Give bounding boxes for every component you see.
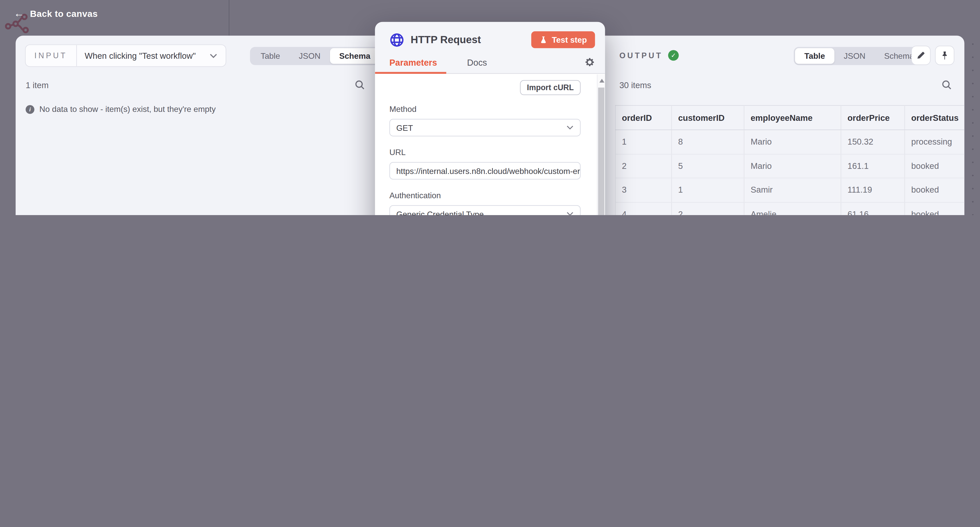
- ndv-overlay: ← Back to canvas INPUT When clicking "Te…: [0, 0, 980, 215]
- table-cell: processing: [905, 130, 964, 154]
- table-row[interactable]: 31Samir111.19booked: [615, 178, 964, 202]
- input-items-count: 1 item: [25, 81, 48, 90]
- table-cell: 150.32: [841, 130, 905, 154]
- chevron-down-icon: [210, 53, 218, 59]
- table-row[interactable]: 25Mario161.1booked: [615, 154, 964, 178]
- pencil-icon: [916, 51, 926, 60]
- table-cell: 8: [671, 130, 744, 154]
- authentication-select[interactable]: Generic Credential Type: [390, 205, 581, 215]
- test-step-button[interactable]: Test step: [531, 31, 595, 48]
- tab-docs[interactable]: Docs: [467, 57, 487, 67]
- table-cell: 5: [671, 154, 744, 178]
- input-view-tabs: Table JSON Schema: [250, 47, 381, 65]
- input-tab-json[interactable]: JSON: [290, 48, 330, 64]
- input-tab-table[interactable]: Table: [251, 48, 290, 64]
- input-source-value: When clicking "Test workflow": [85, 51, 196, 61]
- input-empty-message-row: i No data to show - item(s) exist, but t…: [25, 104, 216, 114]
- pin-data-button[interactable]: [935, 46, 955, 65]
- pin-icon: [940, 51, 950, 60]
- info-icon: i: [25, 105, 34, 113]
- field-label: Authentication: [390, 191, 581, 200]
- table-row[interactable]: 42Amelie61.16booked: [615, 202, 964, 215]
- table-cell: Mario: [744, 154, 841, 178]
- table-cell: Samir: [744, 178, 841, 202]
- input-panel-title: INPUT: [25, 45, 76, 66]
- input-source-dropdown[interactable]: When clicking "Test workflow": [76, 45, 226, 66]
- output-tab-json[interactable]: JSON: [834, 48, 875, 64]
- modal-tabs: Parameters Docs: [375, 57, 605, 68]
- column-header: employeeName: [744, 105, 841, 130]
- field-label: Method: [390, 104, 581, 114]
- column-header: orderID: [615, 105, 671, 130]
- tab-parameters[interactable]: Parameters: [390, 57, 437, 67]
- table-cell: 2: [671, 202, 744, 215]
- gear-icon[interactable]: [584, 57, 595, 68]
- table-cell: booked: [905, 178, 964, 202]
- input-empty-message: No data to show - item(s) exist, but the…: [39, 104, 216, 114]
- globe-icon: [390, 32, 404, 47]
- output-tab-table[interactable]: Table: [795, 48, 834, 64]
- chevron-down-icon: [566, 125, 574, 130]
- output-table: orderIDcustomerIDemployeeNameorderPriceo…: [615, 105, 964, 215]
- table-cell: 3: [615, 178, 671, 202]
- table-cell: Amelie: [744, 202, 841, 215]
- success-icon: ✓: [668, 50, 679, 61]
- output-view-tabs: Table JSON Schema: [794, 47, 924, 65]
- table-cell: 161.1: [841, 154, 905, 178]
- table-cell: booked: [905, 202, 964, 215]
- method-value: GET: [396, 123, 413, 133]
- field-label: URL: [390, 148, 581, 157]
- table-row[interactable]: 18Mario150.32processing: [615, 130, 964, 154]
- output-panel-title: OUTPUT: [619, 51, 663, 60]
- field-authentication: Authentication Generic Credential Type: [390, 191, 581, 215]
- edit-output-button[interactable]: [912, 46, 931, 65]
- canvas-gridline: [229, 0, 229, 36]
- node-title: HTTP Request: [410, 34, 525, 46]
- table-cell: 61.16: [841, 202, 905, 215]
- input-source-box: INPUT When clicking "Test workflow": [25, 45, 226, 67]
- test-step-label: Test step: [552, 35, 587, 45]
- scroll-up-icon[interactable]: [600, 79, 605, 83]
- table-cell: 2: [615, 154, 671, 178]
- node-details-modal: HTTP Request Test step Parameters Docs I…: [375, 22, 605, 215]
- search-icon[interactable]: [941, 80, 953, 91]
- method-select[interactable]: GET: [390, 119, 581, 136]
- table-cell: 4: [615, 202, 671, 215]
- modal-header: HTTP Request Test step Parameters Docs: [375, 22, 605, 74]
- column-header: customerID: [671, 105, 744, 130]
- canvas-dots: [966, 38, 980, 215]
- table-cell: 1: [615, 130, 671, 154]
- back-label: Back to canvas: [30, 8, 98, 18]
- authentication-value: Generic Credential Type: [396, 209, 484, 215]
- chevron-down-icon: [566, 211, 574, 215]
- output-items-count: 30 items: [619, 81, 651, 90]
- active-tab-indicator: [375, 72, 446, 74]
- url-input[interactable]: https://internal.users.n8n.cloud/webhook…: [390, 162, 581, 180]
- table-cell: 1: [671, 178, 744, 202]
- back-arrow-icon: ←: [14, 8, 24, 19]
- table-header-row: orderIDcustomerIDemployeeNameorderPriceo…: [615, 105, 964, 130]
- modal-scrollbar[interactable]: [597, 74, 605, 215]
- back-to-canvas[interactable]: ← Back to canvas: [14, 8, 98, 19]
- import-curl-button[interactable]: Import cURL: [520, 80, 581, 95]
- search-icon[interactable]: [355, 80, 366, 91]
- scrollbar-thumb[interactable]: [598, 88, 605, 215]
- column-header: orderPrice: [841, 105, 905, 130]
- parameters-form: Import cURL Method GET URL https://inter…: [375, 74, 597, 215]
- table-cell: Mario: [744, 130, 841, 154]
- field-url: URL https://internal.users.n8n.cloud/web…: [390, 148, 581, 180]
- column-header: orderStatus: [905, 105, 964, 130]
- flask-icon: [539, 35, 547, 44]
- table-cell: booked: [905, 154, 964, 178]
- field-method: Method GET: [390, 104, 581, 136]
- table-cell: 111.19: [841, 178, 905, 202]
- input-tab-schema[interactable]: Schema: [330, 48, 380, 64]
- output-table-wrap: orderIDcustomerIDemployeeNameorderPriceo…: [615, 105, 964, 215]
